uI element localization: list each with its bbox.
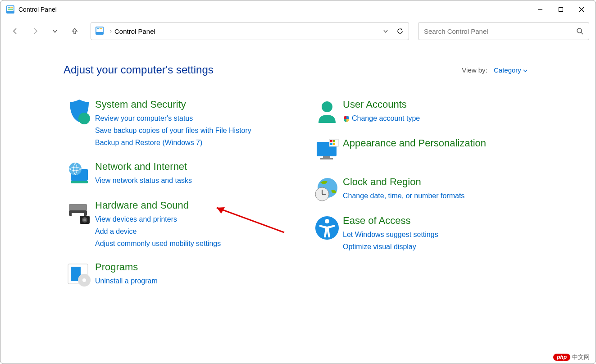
view-by-label: View by: bbox=[462, 66, 487, 74]
link-optimize-display[interactable]: Optimize visual display bbox=[343, 241, 438, 253]
category-clock-region: Clock and Region Change date, time, or n… bbox=[311, 176, 541, 203]
link-add-device[interactable]: Add a device bbox=[95, 225, 221, 237]
svg-rect-32 bbox=[320, 158, 333, 159]
left-column: System and Security Review your computer… bbox=[64, 99, 293, 300]
printer-camera-icon bbox=[64, 200, 95, 227]
svg-point-13 bbox=[577, 28, 582, 33]
right-column: User Accounts Change account type Appear bbox=[311, 99, 541, 300]
forward-button[interactable] bbox=[27, 23, 44, 40]
watermark-text: 中文网 bbox=[572, 353, 590, 361]
svg-rect-11 bbox=[97, 28, 99, 29]
refresh-button[interactable] bbox=[396, 27, 404, 35]
link-review-status[interactable]: Review your computer's status bbox=[95, 112, 251, 124]
monitor-personalization-icon bbox=[311, 137, 343, 164]
watermark-brand: php bbox=[553, 354, 570, 361]
address-bar[interactable]: › Control Panel bbox=[91, 22, 409, 40]
control-panel-window: Control Panel › Control Panel Adjust yo bbox=[0, 0, 596, 364]
svg-rect-19 bbox=[69, 204, 87, 210]
toolbar: › Control Panel bbox=[0, 18, 596, 46]
page-heading: Adjust your computer's settings bbox=[64, 64, 214, 76]
minimize-button[interactable] bbox=[530, 2, 551, 17]
svg-rect-35 bbox=[333, 140, 335, 142]
breadcrumb-location[interactable]: Control Panel bbox=[114, 27, 378, 35]
category-user-accounts: User Accounts Change account type bbox=[311, 99, 541, 126]
recent-locations-button[interactable] bbox=[46, 23, 64, 40]
shield-security-icon bbox=[64, 99, 95, 126]
address-dropdown-button[interactable] bbox=[382, 28, 389, 34]
category-hardware-sound: Hardware and Sound View devices and prin… bbox=[64, 200, 293, 250]
category-programs: Programs Uninstall a program bbox=[64, 261, 293, 288]
view-by-dropdown[interactable]: Category bbox=[494, 66, 528, 74]
category-appearance-personalization: Appearance and Personalization bbox=[311, 137, 541, 164]
svg-rect-34 bbox=[330, 140, 332, 142]
search-icon[interactable] bbox=[576, 27, 583, 35]
breadcrumb-separator-icon[interactable]: › bbox=[110, 28, 112, 34]
category-title-hardware-sound[interactable]: Hardware and Sound bbox=[95, 200, 221, 211]
svg-line-14 bbox=[581, 32, 583, 34]
category-title-ease-of-access[interactable]: Ease of Access bbox=[343, 215, 438, 227]
control-panel-small-icon bbox=[96, 27, 105, 36]
svg-rect-37 bbox=[333, 143, 335, 145]
back-button[interactable] bbox=[7, 23, 24, 40]
svg-point-28 bbox=[82, 278, 86, 282]
accessibility-icon bbox=[311, 215, 343, 242]
svg-point-29 bbox=[322, 101, 332, 112]
control-panel-icon bbox=[6, 5, 15, 14]
svg-point-18 bbox=[69, 163, 82, 175]
category-title-programs[interactable]: Programs bbox=[95, 261, 158, 273]
category-title-network-internet[interactable]: Network and Internet bbox=[95, 161, 192, 173]
svg-point-43 bbox=[325, 219, 329, 223]
link-backup-restore[interactable]: Backup and Restore (Windows 7) bbox=[95, 136, 251, 149]
category-system-security: System and Security Review your computer… bbox=[64, 99, 293, 149]
category-ease-of-access: Ease of Access Let Windows suggest setti… bbox=[311, 215, 541, 253]
svg-rect-31 bbox=[323, 156, 330, 158]
svg-rect-17 bbox=[71, 181, 88, 183]
content-area: Adjust your computer's settings View by:… bbox=[0, 46, 596, 364]
category-title-system-security[interactable]: System and Security bbox=[95, 99, 251, 110]
link-suggest-settings[interactable]: Let Windows suggest settings bbox=[343, 228, 438, 241]
svg-rect-6 bbox=[559, 8, 563, 12]
link-devices-printers[interactable]: View devices and printers bbox=[95, 213, 221, 225]
svg-rect-3 bbox=[10, 7, 13, 8]
search-input[interactable] bbox=[424, 27, 576, 35]
link-mobility-settings[interactable]: Adjust commonly used mobility settings bbox=[95, 237, 221, 250]
svg-rect-4 bbox=[8, 9, 13, 10]
search-bar[interactable] bbox=[418, 22, 589, 40]
category-title-user-accounts[interactable]: User Accounts bbox=[343, 99, 420, 110]
window-title: Control Panel bbox=[18, 6, 530, 13]
link-uninstall-program[interactable]: Uninstall a program bbox=[95, 275, 158, 287]
link-file-history[interactable]: Save backup copies of your files with Fi… bbox=[95, 124, 251, 136]
svg-point-15 bbox=[78, 113, 90, 124]
up-button[interactable] bbox=[66, 23, 83, 40]
view-by-control: View by: Category bbox=[462, 66, 528, 74]
network-globe-icon bbox=[64, 161, 95, 188]
svg-rect-2 bbox=[8, 7, 10, 8]
programs-disc-icon bbox=[64, 261, 95, 288]
category-network-internet: Network and Internet View network status… bbox=[64, 161, 293, 188]
clock-globe-icon bbox=[311, 176, 343, 203]
category-title-appearance[interactable]: Appearance and Personalization bbox=[343, 137, 486, 149]
uac-shield-icon bbox=[343, 115, 350, 123]
svg-point-24 bbox=[83, 218, 86, 221]
user-icon bbox=[311, 99, 343, 126]
link-network-status[interactable]: View network status and tasks bbox=[95, 174, 192, 187]
svg-rect-12 bbox=[100, 28, 102, 29]
svg-rect-36 bbox=[330, 143, 332, 145]
link-change-date-time[interactable]: Change date, time, or number formats bbox=[343, 190, 464, 202]
watermark: php 中文网 bbox=[553, 353, 590, 361]
link-change-account-type[interactable]: Change account type bbox=[343, 112, 420, 124]
maximize-button[interactable] bbox=[551, 2, 571, 17]
titlebar: Control Panel bbox=[0, 0, 596, 18]
category-title-clock-region[interactable]: Clock and Region bbox=[343, 176, 464, 188]
close-button[interactable] bbox=[571, 2, 592, 17]
